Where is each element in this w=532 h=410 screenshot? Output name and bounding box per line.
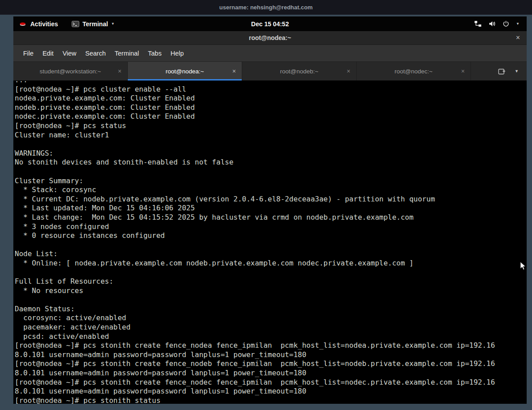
terminal-line: * Last updated: Mon Dec 15 04:16:06 2025 <box>15 204 527 213</box>
terminal-line: * 0 resource instances configured <box>15 231 527 241</box>
tab-label: student@workstation:~ <box>40 68 101 75</box>
terminal-line: [root@nodea ~]# pcs cluster enable --all <box>15 85 527 94</box>
tab-bar: student@workstation:~ × root@nodea:~ × r… <box>13 62 527 80</box>
terminal-line <box>15 241 527 250</box>
app-menu-button[interactable]: Terminal ▼ <box>72 20 114 28</box>
caret-down-icon[interactable]: ▼ <box>515 69 519 73</box>
activities-button[interactable]: Activities <box>30 20 58 28</box>
terminal-line: * 3 nodes configured <box>15 222 527 232</box>
terminal-line: nodea.private.example.com: Cluster Enabl… <box>15 94 527 103</box>
terminal-line: 8.0.101 username=admin password=password… <box>15 350 527 360</box>
terminal-line: * Current DC: nodeb.private.example.com … <box>15 195 527 204</box>
terminal-line: [root@nodea ~]# pcs status <box>15 121 527 131</box>
terminal-line: * Stack: corosync <box>15 185 527 195</box>
close-icon[interactable]: × <box>232 68 236 75</box>
clock-label[interactable]: Dec 15 04:52 <box>251 20 289 28</box>
terminal-line: WARNINGS: <box>15 149 527 158</box>
terminal-line: Full List of Resources: <box>15 277 527 286</box>
terminal-line: * No resources <box>15 286 527 296</box>
terminal-output: ...[root@nodea ~]# pcs cluster enable --… <box>15 80 527 404</box>
menu-edit[interactable]: Edit <box>38 50 58 57</box>
system-status-area[interactable]: ▼ <box>474 20 527 27</box>
terminal-line: Cluster Summary: <box>15 177 527 186</box>
terminal-line: Cluster name: cluster1 <box>15 131 527 140</box>
window-title: root@nodea:~ <box>249 34 291 41</box>
power-icon <box>503 20 509 27</box>
tab-student-workstation[interactable]: student@workstation:~ × <box>13 62 128 80</box>
menu-tabs[interactable]: Tabs <box>143 50 166 57</box>
terminal-line: pacemaker: active/enabled <box>15 323 527 332</box>
caret-down-icon: ▼ <box>516 22 520 26</box>
menu-view[interactable]: View <box>58 50 81 57</box>
terminal-line: 8.0.101 username=admin password=password… <box>15 387 527 396</box>
terminal-line: Daemon Status: <box>15 305 527 314</box>
terminal-line: pcsd: active/enabled <box>15 332 527 342</box>
terminal-line: 8.0.101 username=admin password=password… <box>15 369 527 378</box>
tab-root-nodeb[interactable]: root@nodeb:~ × <box>242 62 357 80</box>
menu-help[interactable]: Help <box>166 50 188 57</box>
volume-icon <box>488 20 496 27</box>
menu-terminal[interactable]: Terminal <box>110 50 144 57</box>
redhat-logo-icon <box>19 21 26 27</box>
kiosk-username-label: username: nehsingh@redhat.com <box>219 4 313 11</box>
terminal-line: nodeb.private.example.com: Cluster Enabl… <box>15 103 527 113</box>
close-icon[interactable]: × <box>118 68 122 75</box>
terminal-line <box>15 268 527 277</box>
terminal-window: Activities Terminal ▼ Dec 15 04:52 <box>13 16 527 404</box>
terminal-line: * Online: [ nodea.private.example.com no… <box>15 259 527 268</box>
gnome-top-bar: Activities Terminal ▼ Dec 15 04:52 <box>13 16 527 31</box>
close-icon[interactable]: × <box>461 68 465 75</box>
window-titlebar[interactable]: root@nodea:~ × <box>13 31 527 45</box>
terminal-line <box>15 140 527 149</box>
terminal-line: corosync: active/enabled <box>15 314 527 323</box>
terminal-line <box>15 295 527 305</box>
close-icon[interactable]: × <box>347 68 350 75</box>
terminal-line <box>15 167 527 177</box>
menu-search[interactable]: Search <box>81 50 110 57</box>
terminal-line: [root@nodea ~]# pcs stonith create fence… <box>15 341 527 350</box>
tab-label: root@nodeb:~ <box>280 68 318 75</box>
menu-bar: File Edit View Search Terminal Tabs Help <box>13 45 527 62</box>
network-icon <box>474 20 482 27</box>
terminal-line: [root@nodea ~]# pcs stonith create fence… <box>15 359 527 369</box>
caret-down-icon: ▼ <box>111 22 115 26</box>
terminal-app-icon <box>72 21 79 27</box>
terminal-line: * Last change: Mon Dec 15 04:15:52 2025 … <box>15 213 527 222</box>
tab-label: root@nodea:~ <box>166 68 204 75</box>
terminal-pane[interactable]: ...[root@nodea ~]# pcs cluster enable --… <box>13 80 527 404</box>
terminal-line: [root@nodea ~]# pcs stonith create fence… <box>15 378 527 387</box>
menu-file[interactable]: File <box>19 50 38 57</box>
terminal-line: Node List: <box>15 249 527 259</box>
tab-root-nodec[interactable]: root@nodec:~ × <box>357 62 471 80</box>
tab-root-nodea[interactable]: root@nodea:~ × <box>128 62 242 80</box>
new-tab-icon[interactable] <box>498 68 506 75</box>
terminal-line: [root@nodea ~]# pcs stonith status <box>15 396 527 404</box>
window-close-icon[interactable]: × <box>516 31 520 44</box>
terminal-line: No stonith devices and stonith-enabled i… <box>15 158 527 167</box>
kiosk-bar: username: nehsingh@redhat.com <box>0 0 532 15</box>
terminal-line: ... <box>15 80 527 85</box>
mouse-cursor-icon <box>520 261 526 271</box>
app-menu-label: Terminal <box>82 20 108 28</box>
tab-label: root@nodec:~ <box>394 68 432 75</box>
terminal-line: nodec.private.example.com: Cluster Enabl… <box>15 112 527 121</box>
